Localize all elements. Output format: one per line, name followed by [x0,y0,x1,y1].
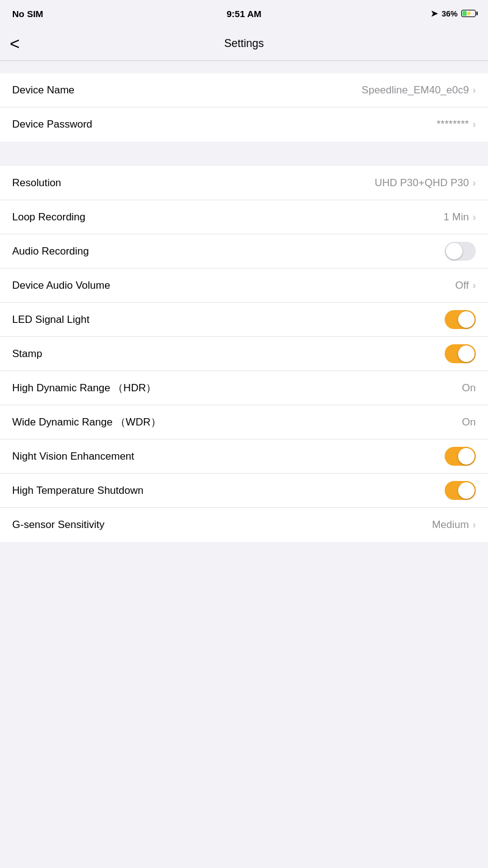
high-temp-shutdown-label: High Temperature Shutdown [12,485,143,497]
g-sensor-value: Medium › [432,519,476,531]
device-audio-volume-row[interactable]: Device Audio Volume Off › [0,269,488,303]
stamp-label: Stamp [12,348,42,360]
audio-recording-label: Audio Recording [12,245,89,258]
resolution-value: UHD P30+QHD P30 › [375,177,476,189]
g-sensor-row[interactable]: G-sensor Sensitivity Medium › [0,508,488,542]
night-vision-label: Night Vision Enhancement [12,450,134,463]
status-right: ➤ 36% ⚡ [431,9,476,18]
stamp-toggle[interactable] [445,344,476,363]
hdr-value: On [462,382,476,394]
audio-recording-row: Audio Recording [0,234,488,269]
loop-recording-label: Loop Recording [12,211,85,223]
high-temp-shutdown-row: High Temperature Shutdown [0,474,488,508]
resolution-row[interactable]: Resolution UHD P30+QHD P30 › [0,166,488,200]
device-audio-volume-value: Off › [455,280,476,292]
stamp-row: Stamp [0,337,488,371]
device-name-value: Speedline_EM40_e0c9 › [362,84,476,96]
g-sensor-text: Medium [432,519,468,531]
audio-recording-toggle[interactable] [445,242,476,261]
loop-recording-row[interactable]: Loop Recording 1 Min › [0,200,488,234]
high-temp-shutdown-toggle[interactable] [445,481,476,500]
hdr-row[interactable]: High Dynamic Range （HDR） On [0,371,488,405]
carrier-label: No SIM [12,9,43,19]
chevron-icon: › [473,178,476,189]
resolution-label: Resolution [12,177,61,189]
nav-bar: < Settings [0,27,488,61]
chevron-icon: › [473,85,476,96]
chevron-icon: › [473,519,476,530]
page-title: Settings [224,37,264,50]
device-password-text: ******** [437,118,469,131]
wdr-value: On [462,416,476,429]
device-audio-volume-text: Off [455,280,468,292]
toggle-knob [458,448,475,465]
device-name-text: Speedline_EM40_e0c9 [362,84,469,96]
led-signal-light-row: LED Signal Light [0,303,488,337]
device-password-row[interactable]: Device Password ******** › [0,107,488,142]
device-password-label: Device Password [12,118,92,131]
chevron-icon: › [473,119,476,130]
device-password-value: ******** › [437,118,476,131]
device-name-row[interactable]: Device Name Speedline_EM40_e0c9 › [0,73,488,107]
chevron-icon: › [473,280,476,291]
time-label: 9:51 AM [227,9,262,19]
night-vision-toggle[interactable] [445,447,476,466]
chevron-icon: › [473,212,476,223]
night-vision-row: Night Vision Enhancement [0,439,488,474]
hdr-text: On [462,382,476,394]
battery-icon: ⚡ [461,10,476,17]
wdr-row[interactable]: Wide Dynamic Range （WDR） On [0,405,488,439]
status-bar: No SIM 9:51 AM ➤ 36% ⚡ [0,0,488,27]
loop-recording-text: 1 Min [443,211,469,223]
toggle-knob [458,482,475,499]
back-button[interactable]: < [10,35,20,52]
hdr-label: High Dynamic Range （HDR） [12,381,156,395]
toggle-knob [446,243,462,259]
device-audio-volume-label: Device Audio Volume [12,280,110,292]
section-device: Device Name Speedline_EM40_e0c9 › Device… [0,73,488,142]
resolution-text: UHD P30+QHD P30 [375,177,468,189]
led-signal-light-label: LED Signal Light [12,314,90,326]
section-gap-1 [0,142,488,154]
toggle-knob [458,311,475,328]
section-recording: Resolution UHD P30+QHD P30 › Loop Record… [0,166,488,542]
wdr-text: On [462,416,476,429]
device-name-label: Device Name [12,84,74,96]
bolt-icon: ⚡ [465,10,472,16]
led-signal-light-toggle[interactable] [445,310,476,329]
wdr-label: Wide Dynamic Range （WDR） [12,415,161,429]
toggle-knob [458,345,475,362]
battery-percent: 36% [442,9,458,18]
arrow-icon: ➤ [431,9,438,18]
g-sensor-label: G-sensor Sensitivity [12,519,104,531]
loop-recording-value: 1 Min › [443,211,476,223]
